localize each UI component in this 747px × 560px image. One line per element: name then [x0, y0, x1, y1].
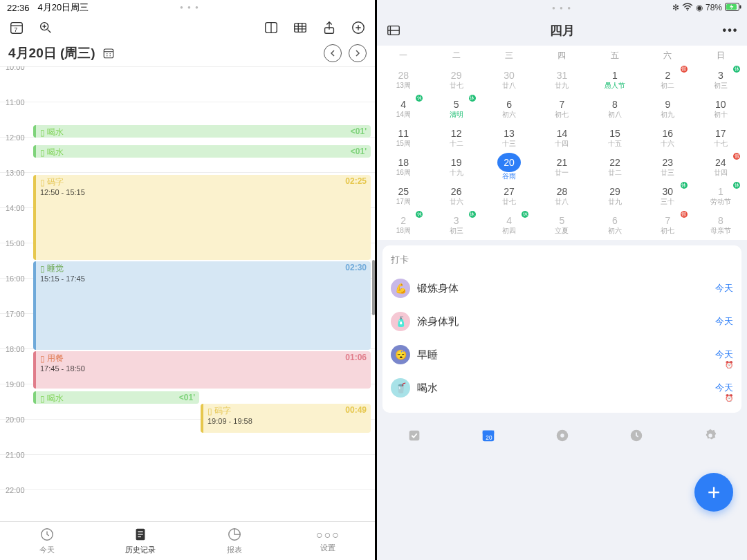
calendar-day[interactable]: 13十三 [483, 124, 535, 153]
day-number: 3 [718, 70, 723, 81]
calendar-day[interactable]: 3初三休 [430, 211, 482, 240]
checkin-item[interactable]: 😴早睡今天⏰ [391, 338, 733, 371]
tab-discover[interactable] [525, 418, 599, 453]
calendar-day[interactable]: 218周休 [377, 211, 430, 240]
calendar-day[interactable]: 17十七 [694, 124, 747, 153]
svg-rect-4 [295, 24, 306, 32]
calendar-day[interactable]: 12十二 [430, 124, 482, 153]
checkin-item[interactable]: 💪锻炼身体今天 [391, 272, 733, 305]
calendar-day[interactable]: 30三十休 [641, 182, 694, 211]
timeline-event[interactable]: ▯ 码字12:50 - 15:1502:25 [33, 175, 371, 260]
calendar-day[interactable]: 14十四 [535, 124, 588, 153]
more-icon[interactable]: ••• [722, 22, 739, 39]
calendar-day[interactable]: 8母亲节 [694, 211, 747, 240]
calendar-day[interactable]: 5立夏 [535, 211, 588, 240]
multitask-dots-icon[interactable]: ● ● ● [180, 4, 200, 10]
add-fab-button[interactable]: + [694, 473, 733, 512]
calendar-day[interactable]: 5清明休 [430, 95, 482, 124]
calendar-day[interactable]: 23廿三 [641, 153, 694, 182]
calendar-day[interactable]: 1愚人节 [589, 66, 641, 95]
hour-label: 17:00 [6, 310, 25, 318]
calendar-day[interactable]: 1816周 [377, 153, 430, 182]
tab-0[interactable]: 今天 [0, 522, 94, 560]
calendar-day[interactable]: 6初六 [589, 211, 641, 240]
day-sublabel: 清明 [450, 110, 463, 120]
calendar-day[interactable]: 6初六 [483, 95, 535, 124]
calendar-day[interactable]: 10初十 [694, 95, 747, 124]
hour-row: 11:00 [0, 102, 375, 102]
calendar-day[interactable]: 1115周 [377, 124, 430, 153]
calendar-day[interactable]: 2初二假 [641, 66, 694, 95]
day-number: 12 [451, 128, 462, 139]
timeline-event[interactable]: ▯ 喝水<01' [33, 145, 371, 158]
calendar-day[interactable]: 16十六 [641, 124, 694, 153]
tab-calendar[interactable]: 20 [451, 418, 525, 453]
calendar-day[interactable]: 26廿六 [430, 182, 482, 211]
calendar-day[interactable]: 8初八 [589, 95, 641, 124]
checkin-button[interactable]: 今天 [715, 315, 733, 328]
day-number: 15 [609, 128, 620, 139]
share-icon[interactable] [321, 19, 338, 36]
grid-view-icon[interactable] [292, 19, 308, 36]
calendar-day[interactable]: 21廿一 [535, 153, 588, 182]
view-mode-icon[interactable] [385, 22, 402, 39]
calendar-today-icon[interactable]: 7 [8, 19, 25, 36]
prev-day-button[interactable] [324, 44, 342, 62]
day-number: 20 [497, 153, 521, 172]
hour-label: 22:00 [6, 486, 25, 494]
calendar-day[interactable]: 4初四休 [483, 211, 535, 240]
month-title[interactable]: 四月 [402, 22, 722, 39]
tab-1[interactable]: 历史记录 [94, 522, 188, 560]
day-number: 4 [400, 99, 406, 110]
next-day-button[interactable] [349, 44, 367, 62]
tab-3[interactable]: ○○○设置 [282, 522, 376, 560]
calendar-day[interactable]: 15十五 [589, 124, 641, 153]
timeline-event[interactable]: ▯ 喝水<01' [33, 125, 371, 138]
day-number: 16 [663, 128, 674, 139]
zoom-icon[interactable] [37, 19, 54, 36]
tab-tasks[interactable] [377, 418, 451, 453]
checkin-button[interactable]: 今天 [715, 282, 733, 295]
calendar-day[interactable]: 3初三休 [694, 66, 747, 95]
svg-point-24 [560, 433, 564, 438]
calendar-day[interactable]: 29廿七 [430, 66, 482, 95]
scroll-indicator[interactable] [372, 260, 375, 315]
checkin-item[interactable]: 🥤喝水今天⏰ [391, 371, 733, 404]
multitask-dots-icon[interactable]: ● ● ● [552, 5, 572, 11]
calendar-day[interactable]: 28廿八 [535, 182, 588, 211]
timeline-event[interactable]: ▯ 码字19:09 - 19:5800:49 [201, 404, 371, 433]
calendar-day[interactable]: 30廿八 [483, 66, 535, 95]
calendar-day[interactable]: 9初九 [641, 95, 694, 124]
date-picker-icon[interactable] [102, 47, 115, 59]
timeline[interactable]: 10:0011:0012:0013:0014:0015:0016:0017:00… [0, 66, 375, 521]
tab-2[interactable]: 报表 [187, 522, 282, 560]
calendar-day[interactable]: 414周休 [377, 95, 430, 124]
tab-history[interactable] [599, 418, 673, 453]
checkin-item[interactable]: 🧴涂身体乳今天 [391, 305, 733, 338]
calendar-day[interactable]: 7初七假 [641, 211, 694, 240]
battery-percent: 78% [706, 3, 722, 12]
calendar-day[interactable]: 31廿九 [535, 66, 588, 95]
timeline-event[interactable]: ▯ 用餐17:45 - 18:5001:06 [33, 351, 371, 389]
calendar-day[interactable]: 20谷雨 [483, 153, 535, 182]
calendar-day[interactable]: 24廿四假 [694, 153, 747, 182]
calendar-day[interactable]: 2517周 [377, 182, 430, 211]
split-view-icon[interactable] [263, 19, 279, 36]
checkin-button[interactable]: 今天⏰ [715, 382, 733, 394]
calendar-day[interactable]: 1劳动节休 [694, 182, 747, 211]
day-sublabel: 初八 [608, 110, 622, 120]
add-icon[interactable] [350, 19, 367, 36]
calendar-day[interactable]: 27廿七 [483, 182, 535, 211]
event-time-range: 12:50 - 15:15 [40, 188, 367, 196]
tab-settings[interactable] [673, 418, 747, 453]
timeline-event[interactable]: ▯ 喝水<01' [33, 391, 199, 404]
checkin-button[interactable]: 今天⏰ [715, 348, 733, 361]
calendar-day[interactable]: 2813周 [377, 66, 430, 95]
calendar-day[interactable]: 29廿九 [589, 182, 641, 211]
timeline-event[interactable]: ▯ 睡觉15:15 - 17:4502:30 [33, 261, 371, 350]
hour-label: 14:00 [6, 204, 25, 212]
calendar-day[interactable]: 22廿二 [589, 153, 641, 182]
calendar-day[interactable]: 19十九 [430, 153, 482, 182]
event-type-icon: ▯ [40, 394, 45, 404]
calendar-day[interactable]: 7初七 [535, 95, 588, 124]
